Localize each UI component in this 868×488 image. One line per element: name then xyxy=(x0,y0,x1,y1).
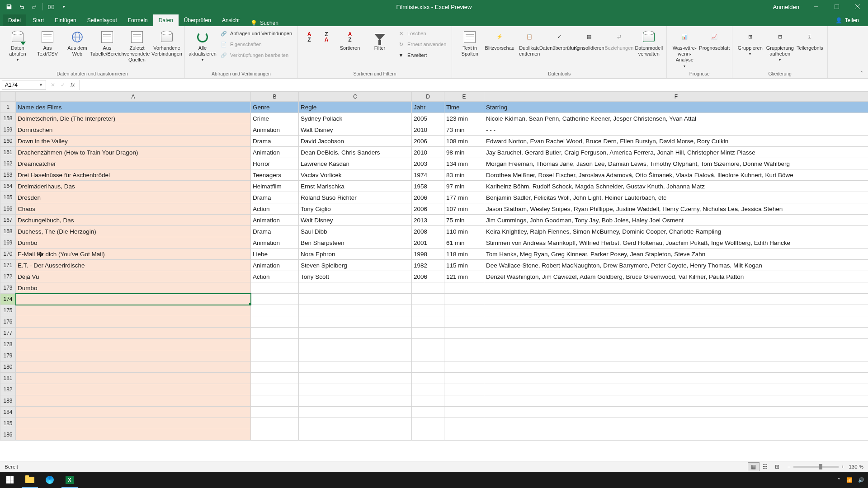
cell[interactable]: Down in the Valley xyxy=(16,136,251,147)
cell[interactable]: Heimatfilm xyxy=(251,181,299,192)
cell[interactable] xyxy=(444,294,484,305)
flash-fill-button[interactable]: ⚡Blitzvorschau xyxy=(486,29,514,52)
search-field[interactable]: 💡Suchen xyxy=(245,20,284,26)
undo-icon[interactable] xyxy=(17,2,26,11)
cell[interactable] xyxy=(299,373,412,384)
cell[interactable] xyxy=(251,418,299,429)
zoom-level[interactable]: 130 % xyxy=(849,464,863,469)
cell[interactable] xyxy=(412,282,444,294)
cell[interactable]: Morgan Freeman, Thomas Jane, Jason Lee, … xyxy=(484,158,868,169)
cell[interactable] xyxy=(444,395,484,407)
cell[interactable]: Dolmetscherin, Die (The Interpreter) xyxy=(16,113,251,124)
cell[interactable]: Jahr xyxy=(412,102,444,113)
row-header[interactable]: 160 xyxy=(0,136,16,147)
cell[interactable] xyxy=(16,418,251,429)
tab-formulas[interactable]: Formeln xyxy=(123,14,153,26)
cell[interactable]: Regie xyxy=(299,102,412,113)
row-header[interactable]: 1 xyxy=(0,102,16,113)
cell[interactable]: 2006 xyxy=(412,271,444,282)
tab-layout[interactable]: Seitenlayout xyxy=(82,14,123,26)
cell[interactable] xyxy=(16,384,251,395)
name-box[interactable]: A174▼ xyxy=(2,80,46,90)
cell[interactable]: 115 min xyxy=(444,260,484,271)
row-header[interactable]: 174 xyxy=(0,294,16,305)
cell[interactable]: Dresden xyxy=(16,192,251,203)
cell[interactable] xyxy=(251,316,299,328)
taskbar-edge[interactable] xyxy=(40,472,60,488)
cell[interactable]: Time xyxy=(444,102,484,113)
cell[interactable]: 97 min xyxy=(444,181,484,192)
cell[interactable] xyxy=(251,294,299,305)
cell[interactable]: 123 min xyxy=(444,113,484,124)
cell[interactable]: Nora Ephron xyxy=(299,249,412,260)
tab-start[interactable]: Start xyxy=(27,14,49,26)
cell[interactable]: Drama xyxy=(251,136,299,147)
cell[interactable]: Stimmen von Andreas Mannkopff, Wilfried … xyxy=(484,237,868,249)
col-header-C[interactable]: C xyxy=(299,92,412,102)
cell[interactable] xyxy=(299,418,412,429)
cell[interactable] xyxy=(251,407,299,418)
cell[interactable]: 118 min xyxy=(444,249,484,260)
row-header[interactable]: 184 xyxy=(0,407,16,418)
sort-button[interactable]: AZSortieren xyxy=(336,29,364,52)
cell[interactable] xyxy=(299,395,412,407)
cell[interactable]: Drama xyxy=(251,226,299,237)
zoom-in-button[interactable]: + xyxy=(841,464,844,469)
cell[interactable]: 1982 xyxy=(412,260,444,271)
cell[interactable] xyxy=(16,361,251,373)
cell[interactable] xyxy=(444,350,484,361)
cell[interactable]: 1998 xyxy=(412,249,444,260)
cell[interactable]: 177 min xyxy=(444,192,484,203)
cell[interactable] xyxy=(251,350,299,361)
cell[interactable] xyxy=(444,316,484,328)
cell[interactable] xyxy=(251,305,299,316)
cell[interactable]: Animation xyxy=(251,215,299,226)
cell[interactable] xyxy=(16,305,251,316)
row-header[interactable]: 179 xyxy=(0,350,16,361)
cell[interactable] xyxy=(444,328,484,339)
maximize-button[interactable] xyxy=(826,0,847,14)
cell[interactable]: Animation xyxy=(251,237,299,249)
cell[interactable]: 2006 xyxy=(412,136,444,147)
cell[interactable]: Dschungelbuch, Das xyxy=(16,215,251,226)
cell[interactable]: 98 min xyxy=(444,147,484,158)
from-web-button[interactable]: Aus dem Web xyxy=(63,29,91,58)
signin-button[interactable]: Anmelden xyxy=(766,4,806,10)
page-break-view-button[interactable]: ⊞ xyxy=(771,462,783,471)
sort-asc-button[interactable]: AZ xyxy=(302,29,317,45)
tab-review[interactable]: Überprüfen xyxy=(179,14,217,26)
cell[interactable]: 2006 xyxy=(412,192,444,203)
spreadsheet-grid[interactable]: A B C D E F 1Name des FilmsGenreRegieJah… xyxy=(0,91,868,441)
advanced-filter-button[interactable]: ▼Erweitert xyxy=(396,51,448,60)
row-header[interactable]: 177 xyxy=(0,328,16,339)
remove-duplicates-button[interactable]: 📋Duplikate entfernen xyxy=(515,29,543,58)
cell[interactable] xyxy=(412,407,444,418)
cell[interactable]: 107 min xyxy=(444,203,484,215)
save-icon[interactable] xyxy=(5,2,14,11)
row-header[interactable]: 161 xyxy=(0,147,16,158)
row-header[interactable]: 165 xyxy=(0,192,16,203)
cell[interactable]: Jason Statham, Wesley Snipes, Ryan Phill… xyxy=(484,203,868,215)
cell[interactable]: Karlheinz Böhm, Rudolf Schock, Magda Sch… xyxy=(484,181,868,192)
row-header[interactable]: 178 xyxy=(0,339,16,350)
cell[interactable] xyxy=(251,339,299,350)
cell[interactable] xyxy=(251,429,299,441)
cell[interactable] xyxy=(412,350,444,361)
cell[interactable] xyxy=(444,384,484,395)
cell[interactable]: Dreamcatcher xyxy=(16,158,251,169)
cell[interactable] xyxy=(484,361,868,373)
row-header[interactable]: 162 xyxy=(0,158,16,169)
cell[interactable] xyxy=(412,339,444,350)
row-header[interactable]: 169 xyxy=(0,237,16,249)
cell[interactable]: 75 min xyxy=(444,215,484,226)
cell[interactable]: 121 min xyxy=(444,271,484,282)
qat-customize-icon[interactable]: ▾ xyxy=(59,2,68,11)
cell[interactable] xyxy=(412,305,444,316)
cell[interactable]: Walt Disney xyxy=(299,215,412,226)
cell[interactable] xyxy=(251,395,299,407)
cell[interactable]: 2013 xyxy=(412,215,444,226)
taskbar-explorer[interactable] xyxy=(20,472,40,488)
from-text-csv-button[interactable]: Aus Text/CSV xyxy=(33,29,61,58)
cell[interactable]: Ben Sharpsteen xyxy=(299,237,412,249)
cell[interactable]: Chaos xyxy=(16,203,251,215)
